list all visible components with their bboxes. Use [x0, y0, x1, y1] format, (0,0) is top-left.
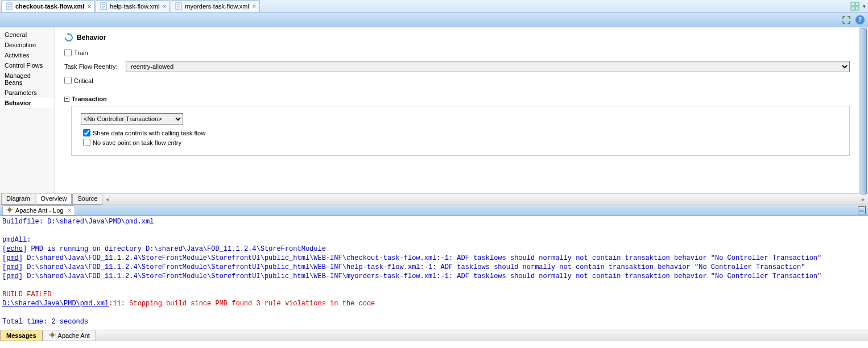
log-link[interactable]: pmd	[6, 263, 19, 271]
reentry-select[interactable]: reentry-allowed	[126, 61, 850, 72]
refresh-icon	[64, 33, 73, 42]
svg-rect-4	[855, 2, 859, 6]
sidenav-item[interactable]: General	[0, 30, 55, 40]
editor-tab[interactable]: myorders-task-flow.xml×	[171, 0, 259, 12]
svg-rect-3	[851, 2, 854, 6]
log-line	[2, 281, 866, 290]
sidenav-item[interactable]: Description	[0, 40, 55, 50]
sidenav-item[interactable]: Activities	[0, 50, 55, 60]
status-tab-bar: Messages Apache Ant	[0, 330, 868, 341]
log-line: D:\shared\Java\PMD\pmd.xml:11: Stopping …	[2, 299, 866, 308]
behavior-form: Behavior Train Task Flow Reentry: reentr…	[55, 27, 859, 193]
editor-toolbar: ?	[0, 13, 868, 27]
tab-label: myorders-task-flow.xml	[185, 3, 249, 10]
ant-icon	[49, 332, 56, 339]
collapse-icon[interactable]: −	[64, 97, 69, 102]
bottom-tab[interactable]: Diagram	[1, 194, 35, 205]
sidenav-item[interactable]: Behavior	[0, 98, 55, 108]
help-icon[interactable]: ?	[855, 15, 865, 24]
bottom-tab[interactable]: Source	[72, 194, 102, 205]
file-icon	[175, 2, 183, 10]
tab-messages-label: Messages	[6, 332, 36, 339]
ant-icon	[6, 206, 13, 214]
log-line: [pmd] D:\shared\Java\FOD_11.1.2.4\StoreF…	[2, 254, 866, 263]
expand-icon[interactable]	[842, 15, 851, 24]
critical-checkbox[interactable]	[64, 77, 72, 84]
tab-messages[interactable]: Messages	[0, 330, 43, 341]
file-icon	[100, 2, 108, 10]
dropdown-icon[interactable]: ▾	[863, 3, 866, 9]
log-line: [echo] PMD is running on directory D:\sh…	[2, 245, 866, 254]
log-tab[interactable]: Apache Ant - Log ×	[2, 205, 75, 216]
tab-apache-ant-label: Apache Ant	[58, 332, 90, 339]
log-output[interactable]: Buildfile: D:\shared\Java\PMD\pmd.xml pm…	[0, 216, 868, 330]
log-line: Buildfile: D:\shared\Java\PMD\pmd.xml	[2, 217, 866, 226]
log-link[interactable]: pmd	[6, 272, 19, 280]
log-titlebar: Apache Ant - Log × ▭	[0, 205, 868, 216]
svg-rect-5	[851, 7, 854, 10]
layout-icon[interactable]	[850, 2, 859, 11]
editor-tab-bar: checkout-task-flow.xml×help-task-flow.xm…	[0, 0, 868, 13]
vertical-scrollbar[interactable]	[859, 27, 868, 193]
log-tab-label: Apache Ant - Log	[15, 207, 63, 214]
tab-apache-ant[interactable]: Apache Ant	[43, 330, 96, 341]
critical-label: Critical	[74, 77, 93, 84]
share-data-checkbox[interactable]	[83, 129, 90, 136]
bottom-tab[interactable]: Overview	[36, 194, 72, 205]
side-nav: GeneralDescriptionActivitiesControl Flow…	[0, 27, 55, 193]
log-link[interactable]: D:\shared\Java\PMD\pmd.xml	[2, 300, 109, 308]
no-save-label: No save point on task flow entry	[93, 139, 181, 146]
scroll-left-icon[interactable]: ◂	[103, 194, 112, 205]
close-icon[interactable]: ×	[253, 3, 256, 10]
editor-subtabs: DiagramOverviewSource ◂ ▸	[0, 193, 868, 205]
no-save-checkbox[interactable]	[83, 139, 90, 146]
tab-label: checkout-task-flow.xml	[15, 3, 84, 10]
svg-rect-6	[855, 7, 859, 10]
section-title: Behavior	[77, 34, 106, 42]
log-link[interactable]: echo	[6, 245, 23, 253]
editor-tab[interactable]: checkout-task-flow.xml×	[1, 0, 95, 12]
minimize-icon[interactable]: ▭	[858, 206, 866, 214]
transaction-fieldset: <No Controller Transaction> Share data c…	[71, 106, 850, 156]
scroll-right-icon[interactable]: ▸	[859, 194, 868, 205]
close-icon[interactable]: ×	[68, 208, 71, 214]
svg-point-7	[8, 208, 11, 212]
sidenav-item[interactable]: Parameters	[0, 88, 55, 98]
file-icon	[5, 2, 13, 10]
log-line: [pmd] D:\shared\Java\FOD_11.1.2.4\StoreF…	[2, 272, 866, 281]
reentry-label: Task Flow Reentry:	[64, 63, 121, 70]
train-checkbox[interactable]	[64, 49, 72, 56]
close-icon[interactable]: ×	[88, 3, 91, 10]
sidenav-item[interactable]: Control Flows	[0, 60, 55, 71]
log-link[interactable]: pmd	[6, 254, 19, 262]
share-data-label: Share data controls with calling task fl…	[93, 130, 205, 136]
controller-transaction-select[interactable]: <No Controller Transaction>	[81, 113, 183, 125]
tab-label: help-task-flow.xml	[110, 3, 159, 10]
log-line: BUILD FAILED	[2, 290, 866, 299]
train-label: Train	[74, 49, 88, 56]
log-line	[2, 226, 866, 235]
close-icon[interactable]: ×	[163, 3, 167, 10]
log-line: Total time: 2 seconds	[2, 317, 866, 326]
svg-point-8	[51, 333, 54, 337]
transaction-heading: Transaction	[72, 96, 107, 102]
log-line: [pmd] D:\shared\Java\FOD_11.1.2.4\StoreF…	[2, 263, 866, 272]
sidenav-item[interactable]: Managed Beans	[0, 71, 55, 88]
log-line: pmdAll:	[2, 235, 866, 245]
editor-tab[interactable]: help-task-flow.xml×	[96, 0, 170, 12]
log-line	[2, 308, 866, 317]
